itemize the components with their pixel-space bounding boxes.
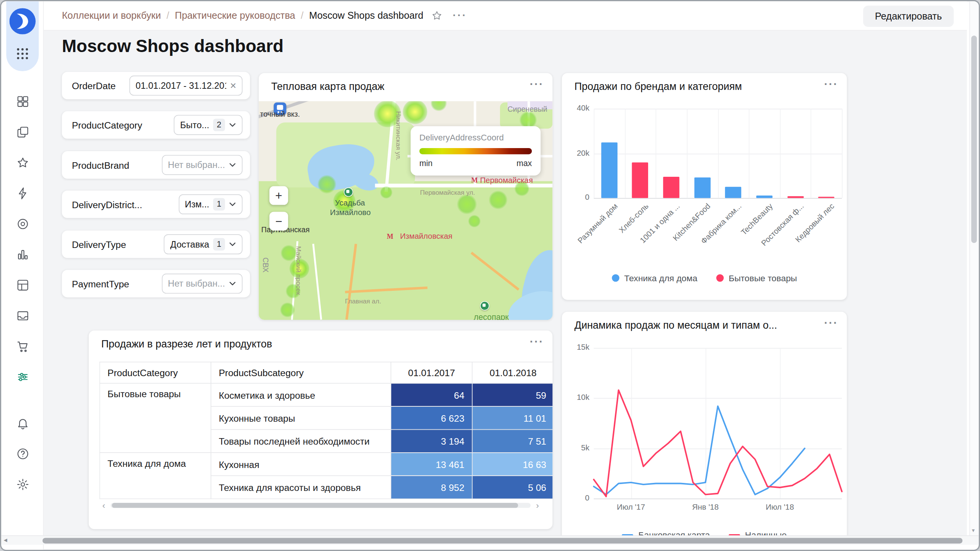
filter-label: DeliveryType — [72, 239, 126, 249]
table-scroll-track[interactable] — [111, 503, 531, 508]
gridline — [811, 109, 812, 198]
gridline — [594, 198, 842, 199]
gridline — [718, 109, 719, 198]
map-label: Усадьба — [335, 199, 365, 207]
table-card: Продажи в разрезе лет и продуктов ··· Pr… — [89, 331, 552, 529]
pivot-table: ProductCategoryProductSubcategory01.01.2… — [100, 362, 553, 499]
help-icon[interactable] — [1, 439, 44, 469]
heat-blob — [457, 194, 477, 214]
map-label: Главная ал. — [345, 297, 381, 305]
card-title: Тепловая карта продаж — [271, 81, 385, 93]
map-label: Майский просек — [295, 246, 303, 295]
bar-1 — [601, 142, 617, 198]
dashboards-icon[interactable] — [1, 270, 44, 300]
market-icon[interactable] — [1, 331, 44, 362]
vertical-scroll-thumb[interactable] — [971, 36, 977, 243]
datalens-app-window: Коллекции и воркбуки/Практические руково… — [0, 0, 980, 551]
y-axis-label: 20k — [562, 148, 590, 157]
filter-DeliveryType: DeliveryTypeДоставка1 — [62, 230, 250, 258]
chevron-down-icon — [229, 121, 237, 129]
legend-item[interactable]: Банковская карта — [622, 530, 710, 535]
value-cell: 3 194 — [391, 429, 472, 452]
filter-control-select[interactable]: Нет выбран... — [162, 274, 242, 293]
legend-marker — [716, 274, 724, 282]
sidebar-bottom — [1, 408, 44, 500]
map-zoom-controls: + − — [270, 186, 288, 231]
filter-PaymentType: PaymentTypeНет выбран... — [62, 270, 250, 297]
card-menu-icon[interactable]: ··· — [530, 336, 544, 349]
edit-button[interactable]: Редактировать — [863, 6, 954, 27]
zoom-out-button[interactable]: − — [270, 212, 288, 230]
category-cell: Бытовые товары — [100, 383, 211, 453]
header-more-icon[interactable]: ··· — [453, 9, 467, 22]
dashboard-canvas: Moscow Shops dashboard OrderDate01.01.20… — [44, 31, 967, 535]
breadcrumb-item[interactable]: Коллекции и воркбуки — [62, 10, 161, 21]
horizontal-scroll-thumb[interactable] — [42, 538, 962, 544]
settings-icon[interactable] — [1, 469, 44, 500]
legend-label: Бытовые товары — [728, 273, 797, 283]
notifications-icon[interactable] — [1, 408, 44, 439]
category-cell: Техника для дома — [100, 453, 211, 499]
value-cell: 7 51 — [472, 429, 552, 452]
filter-control-select[interactable]: Быто...2 — [174, 115, 242, 135]
filter-value: Доставка — [170, 239, 209, 249]
scroll-left-icon[interactable]: ‹ — [100, 500, 108, 510]
filter-control-select[interactable]: Доставка1 — [164, 234, 243, 254]
gallery-icon[interactable] — [1, 300, 44, 331]
column-header: ProductSubcategory — [211, 362, 391, 383]
sidebar-nav — [1, 86, 44, 392]
apps-grid-icon[interactable] — [15, 46, 30, 61]
gridline — [842, 109, 843, 198]
breadcrumb-item[interactable]: Практические руководства — [175, 10, 295, 21]
bar-chart-plot: 40k20k0Разумный домХлеб-соль1001 и одна … — [562, 73, 847, 300]
favorites-icon[interactable] — [1, 147, 44, 178]
scroll-down-icon[interactable]: ▾ — [972, 527, 975, 533]
favorite-star-icon[interactable] — [431, 10, 443, 21]
poi-icon — [344, 187, 353, 197]
line-chart-plot: 15k10k5k0Июл '17Янв '18Июл '18Банковская… — [562, 312, 847, 535]
connections-icon[interactable] — [1, 178, 44, 209]
legend-label: Банковская карта — [639, 530, 710, 535]
filter-OrderDate: OrderDate01.01.2017 - 31.12.2017× — [62, 72, 250, 99]
filter-control-date[interactable]: 01.01.2017 - 31.12.2017× — [129, 76, 243, 96]
scroll-right-icon[interactable]: › — [533, 500, 542, 510]
clear-icon[interactable]: × — [230, 80, 236, 91]
zoom-in-button[interactable]: + — [270, 186, 288, 205]
legend-field-label: DeliveryAddressCoord — [420, 133, 532, 142]
services-icon[interactable] — [1, 362, 44, 392]
datasets-icon[interactable] — [1, 209, 44, 239]
filter-control-select[interactable]: Нет выбран... — [162, 155, 242, 175]
vertical-scrollbar[interactable]: ▾ — [969, 1, 978, 535]
scroll-back-icon[interactable]: ◂ — [4, 536, 7, 544]
collections-icon[interactable] — [1, 86, 44, 117]
y-axis-label: 40k — [562, 104, 590, 112]
heat-gradient — [420, 148, 532, 154]
legend-item[interactable]: Бытовые товары — [716, 273, 797, 283]
workbooks-icon[interactable] — [1, 117, 44, 147]
map-label: Сиреневый — [508, 105, 547, 114]
map-label: точный вкз. — [260, 110, 300, 119]
breadcrumb-separator: / — [167, 10, 169, 21]
chevron-down-icon — [229, 280, 237, 287]
chevron-down-icon — [229, 161, 237, 169]
filter-control-select[interactable]: Изм...1 — [178, 194, 242, 214]
sidebar — [1, 1, 44, 549]
value-cell: 6 623 — [391, 406, 472, 429]
datalens-logo-icon[interactable] — [9, 8, 36, 34]
metro-icon: М — [471, 176, 478, 184]
sales-heatmap-map[interactable]: ММточный вкз.СиреневыйНикитинская ул.Пер… — [259, 101, 552, 320]
filter-count-badge: 2 — [213, 119, 225, 131]
filter-count-badge: 1 — [213, 238, 225, 251]
map-label: Никитинская ул. — [395, 111, 403, 161]
card-menu-icon[interactable]: ··· — [530, 78, 544, 91]
legend-item[interactable]: Техника для дома — [612, 273, 697, 283]
x-axis-label: Разумный дом — [576, 202, 619, 245]
filter-value: Быто... — [180, 120, 209, 130]
charts-icon[interactable] — [1, 239, 44, 270]
legend-label: Наличные — [745, 530, 787, 535]
heat-blob — [489, 191, 508, 209]
table-scroll-thumb[interactable] — [112, 503, 518, 508]
horizontal-scrollbar[interactable]: ◂ — [1, 535, 978, 544]
legend-item[interactable]: Наличные — [728, 530, 786, 535]
legend-label: Техника для дома — [624, 273, 697, 283]
